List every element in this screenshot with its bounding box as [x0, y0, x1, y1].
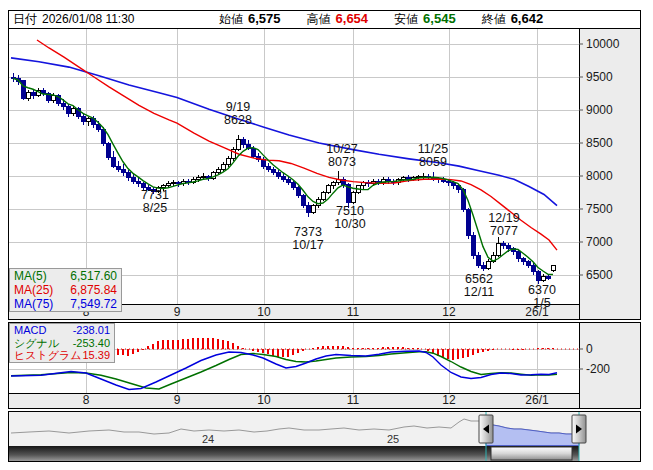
histogram-bar: [217, 339, 219, 349]
histogram-bar: [547, 348, 549, 349]
x-axis-month-label: 11: [347, 305, 360, 319]
histogram-bar: [467, 349, 469, 357]
date-label: 日付: [13, 11, 37, 28]
candle-up: [236, 140, 240, 150]
candle-down: [536, 272, 540, 281]
histogram-bar: [232, 343, 234, 349]
histogram-bar: [457, 349, 459, 359]
histogram-bar: [447, 349, 449, 359]
histogram-bar: [182, 339, 184, 349]
open-label: 始値: [219, 11, 243, 28]
histogram-bar: [142, 349, 144, 350]
candle-down: [126, 173, 130, 178]
year-label: 24: [202, 433, 214, 445]
histogram-bar: [367, 348, 369, 349]
open-value: 6,575: [248, 11, 281, 26]
y-axis-price-label: 7500: [586, 202, 613, 216]
signal-value: -253.40: [73, 337, 110, 350]
histogram-bar: [322, 346, 324, 349]
range-navigator[interactable]: 2425: [8, 411, 641, 462]
x-axis-month-label: 8: [83, 393, 90, 407]
candle-down: [116, 166, 120, 169]
histogram-bar: [427, 349, 429, 351]
histogram-bar: [137, 349, 139, 352]
candle-down: [176, 183, 180, 184]
candle-down: [296, 188, 300, 196]
histogram-bar: [272, 349, 274, 356]
signal-label: シグナル: [14, 337, 59, 350]
histogram-bar: [127, 349, 129, 356]
candle-up: [541, 276, 545, 280]
ma25-label: MA(25): [14, 283, 53, 297]
close-label: 終値: [482, 11, 506, 28]
histogram-bar: [377, 348, 379, 349]
histogram-bar: [277, 349, 279, 357]
candle-down: [526, 262, 530, 265]
candle-down: [301, 196, 305, 206]
navigator-right-panel: [579, 412, 640, 461]
ma-legend: MA(5)6,517.60 MA(25)6,875.84 MA(75)7,549…: [9, 268, 122, 312]
candle-down: [406, 177, 410, 179]
chart-annotation: 751010/30: [334, 204, 365, 231]
navigator-chart[interactable]: 2425: [9, 412, 640, 461]
histogram-bar: [327, 346, 329, 350]
y-axis-price-label: 9000: [586, 103, 613, 117]
ma25-value: 6,875.84: [70, 283, 117, 297]
histogram-bar: [352, 348, 354, 349]
candle-up: [311, 206, 315, 213]
candle-up: [51, 95, 55, 100]
histogram-bar: [287, 349, 289, 357]
candle-down: [266, 166, 270, 169]
candle-down: [81, 117, 85, 122]
x-axis-month-label: 12: [442, 393, 456, 407]
candle-up: [86, 119, 90, 122]
histogram-bar: [302, 349, 304, 351]
histogram-bar: [392, 347, 394, 349]
chart-annotation: 9/198628: [224, 100, 252, 127]
histogram-bar: [462, 349, 464, 358]
histogram-bar: [472, 349, 474, 355]
candle-down: [121, 169, 125, 172]
candle-up: [221, 164, 225, 169]
histogram-bar: [207, 338, 209, 349]
candle-down: [241, 140, 245, 145]
year-label: 25: [387, 433, 399, 445]
histogram-bar: [147, 346, 149, 349]
candle-down: [66, 107, 70, 114]
macd-panel: 8910111226/10-200 MACD-238.01 シグナル-253.4…: [8, 322, 641, 409]
ma75-label: MA(75): [14, 297, 53, 311]
histogram-bar: [482, 349, 484, 352]
nav-scrollbar-thumb[interactable]: [491, 447, 572, 460]
histogram-bar: [297, 349, 299, 353]
histogram-bar: [542, 348, 544, 349]
date-value: 2026/01/08 11:30: [42, 12, 135, 26]
candle-up: [201, 176, 205, 177]
candle-down: [261, 160, 265, 167]
nav-handle-right[interactable]: [572, 415, 586, 443]
price-chart-panel: 8910111226/11000095009000850080007500700…: [8, 28, 641, 320]
nav-handle-left[interactable]: [479, 415, 493, 443]
candle-up: [551, 266, 555, 270]
histogram-bar: [157, 341, 159, 349]
quote-header: 日付 2026/01/08 11:30 始値 6,575 高値 6,654 安値…: [8, 10, 641, 29]
histogram-bar: [412, 348, 414, 349]
y-axis-price-label: 9500: [586, 70, 613, 84]
x-axis-month-label: 9: [174, 305, 181, 319]
histogram-bar: [372, 348, 374, 349]
histogram-bar: [332, 346, 334, 350]
histogram-bar: [417, 348, 419, 349]
histogram-bar: [522, 349, 524, 350]
histogram-bar: [212, 338, 214, 349]
histogram-bar: [252, 349, 254, 351]
histogram-bar: [342, 346, 344, 349]
histogram-bar: [387, 347, 389, 349]
y-axis-price-label: 8500: [586, 136, 613, 150]
histogram-bar: [122, 349, 124, 355]
chart-annotation: 737310/17: [292, 225, 323, 252]
chart-annotation: 12/197077: [488, 211, 519, 238]
histogram-bar: [117, 349, 119, 355]
histogram-bar: [202, 338, 204, 349]
candle-up: [326, 186, 330, 193]
candle-down: [531, 265, 535, 272]
candle-down: [546, 276, 550, 278]
